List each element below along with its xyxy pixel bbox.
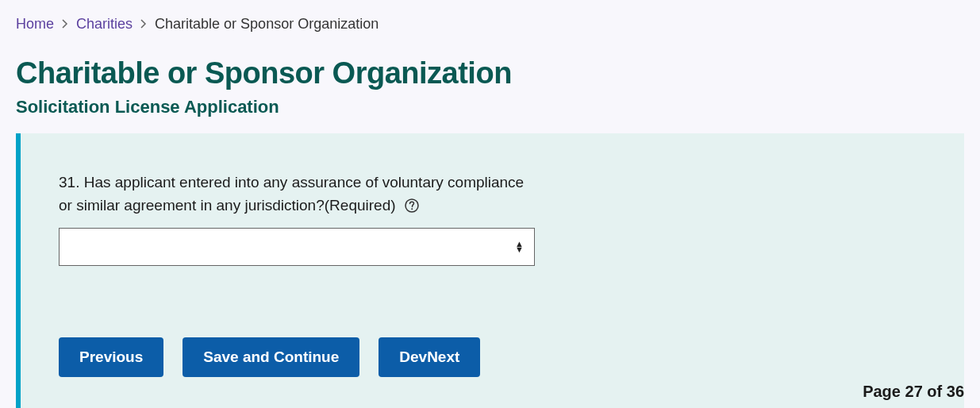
breadcrumb: Home Charities Charitable or Sponsor Org…	[16, 16, 964, 33]
question-label: 31. Has applicant entered into any assur…	[59, 171, 527, 217]
form-panel: 31. Has applicant entered into any assur…	[16, 133, 964, 408]
breadcrumb-home-link[interactable]: Home	[16, 16, 54, 33]
chevron-right-icon	[62, 18, 68, 31]
button-row: Previous Save and Continue DevNext	[59, 337, 926, 377]
question-text: 31. Has applicant entered into any assur…	[59, 174, 524, 214]
compliance-select[interactable]	[59, 228, 535, 266]
page-indicator: Page 27 of 36	[863, 383, 964, 401]
required-label: (Required)	[325, 197, 396, 214]
svg-point-1	[411, 209, 413, 210]
previous-button[interactable]: Previous	[59, 337, 163, 377]
help-icon[interactable]	[405, 198, 419, 213]
save-continue-button[interactable]: Save and Continue	[183, 337, 359, 377]
page-subtitle: Solicitation License Application	[16, 97, 964, 117]
page-title: Charitable or Sponsor Organization	[16, 56, 964, 90]
devnext-button[interactable]: DevNext	[379, 337, 480, 377]
chevron-right-icon	[140, 18, 147, 31]
select-wrapper: ▲ ▼	[59, 228, 535, 266]
breadcrumb-current: Charitable or Sponsor Organization	[155, 16, 379, 33]
breadcrumb-charities-link[interactable]: Charities	[76, 16, 133, 33]
